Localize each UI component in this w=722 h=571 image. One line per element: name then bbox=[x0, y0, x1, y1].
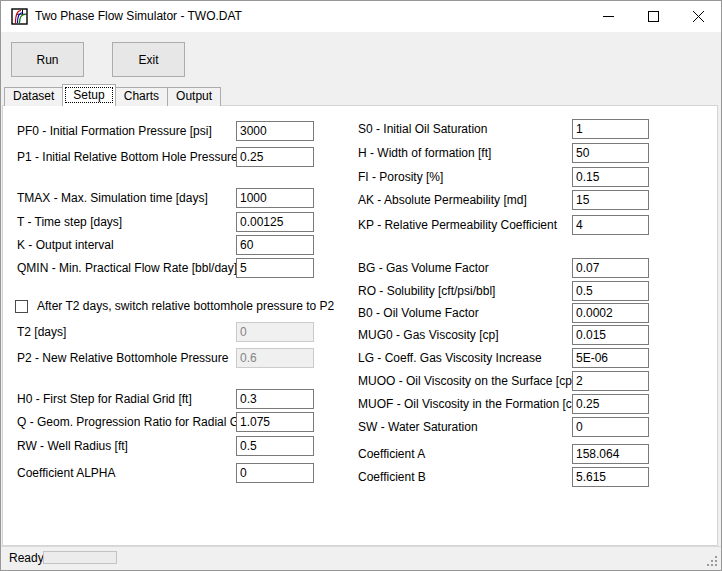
lg-label: LG - Coeff. Gas Viscosity Increase bbox=[358, 348, 542, 368]
h-label: H - Width of formation [ft] bbox=[358, 143, 491, 163]
field-row: H - Width of formation [ft] bbox=[1, 143, 722, 163]
field-row: Coefficient B bbox=[1, 467, 722, 487]
fi-input[interactable] bbox=[572, 167, 649, 187]
field-row: Coefficient A bbox=[1, 444, 722, 464]
field-row: MUG0 - Gas Viscosity [cp] bbox=[1, 325, 722, 345]
tab-label: Output bbox=[176, 89, 212, 103]
app-window: Two Phase Flow Simulator - TWO.DAT Run E… bbox=[0, 0, 722, 571]
k-input[interactable] bbox=[236, 235, 314, 255]
muof-label: MUOF - Oil Viscosity in the Formation [c… bbox=[358, 394, 582, 414]
lg-input[interactable] bbox=[572, 348, 649, 368]
field-row: KP - Relative Permeability Coefficient bbox=[1, 215, 722, 235]
muof-input[interactable] bbox=[572, 394, 649, 414]
progress-bar bbox=[43, 551, 117, 564]
field-row: RO - Solubility [cft/psi/bbl] bbox=[1, 281, 722, 301]
ro-input[interactable] bbox=[572, 281, 649, 301]
t2-switch-checkbox[interactable] bbox=[15, 300, 28, 313]
h-input[interactable] bbox=[572, 143, 649, 163]
coefa-input[interactable] bbox=[572, 444, 649, 464]
tab-setup[interactable]: Setup bbox=[62, 84, 115, 106]
field-row: MUOF - Oil Viscosity in the Formation [c… bbox=[1, 394, 722, 414]
coefb-label: Coefficient B bbox=[358, 467, 426, 487]
mug0-input[interactable] bbox=[572, 325, 649, 345]
ak-input[interactable] bbox=[572, 190, 649, 210]
fi-label: FI - Porosity [%] bbox=[358, 167, 443, 187]
kp-label: KP - Relative Permeability Coefficient bbox=[358, 215, 557, 235]
coefb-input[interactable] bbox=[572, 467, 649, 487]
muoo-label: MUOO - Oil Viscosity on the Surface [cp] bbox=[358, 371, 575, 391]
mug0-label: MUG0 - Gas Viscosity [cp] bbox=[358, 325, 498, 345]
field-row: MUOO - Oil Viscosity on the Surface [cp] bbox=[1, 371, 722, 391]
field-row: S0 - Initial Oil Saturation bbox=[1, 119, 722, 139]
resize-grip-icon[interactable] bbox=[705, 554, 719, 568]
t2-switch-label: After T2 days, switch relative bottomhol… bbox=[37, 299, 334, 314]
bg-label: BG - Gas Volume Factor bbox=[358, 258, 489, 278]
b0-label: B0 - Oil Volume Factor bbox=[358, 303, 479, 323]
s0-label: S0 - Initial Oil Saturation bbox=[358, 119, 487, 139]
status-text: Ready bbox=[9, 547, 44, 570]
tab-label: Setup bbox=[73, 88, 104, 102]
tab-charts[interactable]: Charts bbox=[115, 87, 168, 106]
ak-label: AK - Absolute Permeability [md] bbox=[358, 190, 527, 210]
field-row: LG - Coeff. Gas Viscosity Increase bbox=[1, 348, 722, 368]
bg-input[interactable] bbox=[572, 258, 649, 278]
tab-label: Dataset bbox=[13, 89, 54, 103]
field-row: K - Output interval bbox=[1, 235, 722, 255]
field-row: BG - Gas Volume Factor bbox=[1, 258, 722, 278]
ro-label: RO - Solubility [cft/psi/bbl] bbox=[358, 281, 495, 301]
s0-input[interactable] bbox=[572, 119, 649, 139]
muoo-input[interactable] bbox=[572, 371, 649, 391]
status-bar: Ready bbox=[1, 546, 721, 570]
kp-input[interactable] bbox=[572, 215, 649, 235]
tab-strip: DatasetSetupChartsOutput bbox=[4, 84, 220, 106]
sw-label: SW - Water Saturation bbox=[358, 417, 478, 437]
tab-output[interactable]: Output bbox=[167, 87, 221, 106]
field-row: AK - Absolute Permeability [md] bbox=[1, 190, 722, 210]
b0-input[interactable] bbox=[572, 303, 649, 323]
field-row: FI - Porosity [%] bbox=[1, 167, 722, 187]
t2-switch-row: After T2 days, switch relative bottomhol… bbox=[15, 299, 334, 314]
tab-label: Charts bbox=[124, 89, 159, 103]
tab-dataset[interactable]: Dataset bbox=[4, 87, 63, 106]
sw-input[interactable] bbox=[572, 417, 649, 437]
field-row: SW - Water Saturation bbox=[1, 417, 722, 437]
coefa-label: Coefficient A bbox=[358, 444, 425, 464]
k-label: K - Output interval bbox=[17, 235, 114, 255]
